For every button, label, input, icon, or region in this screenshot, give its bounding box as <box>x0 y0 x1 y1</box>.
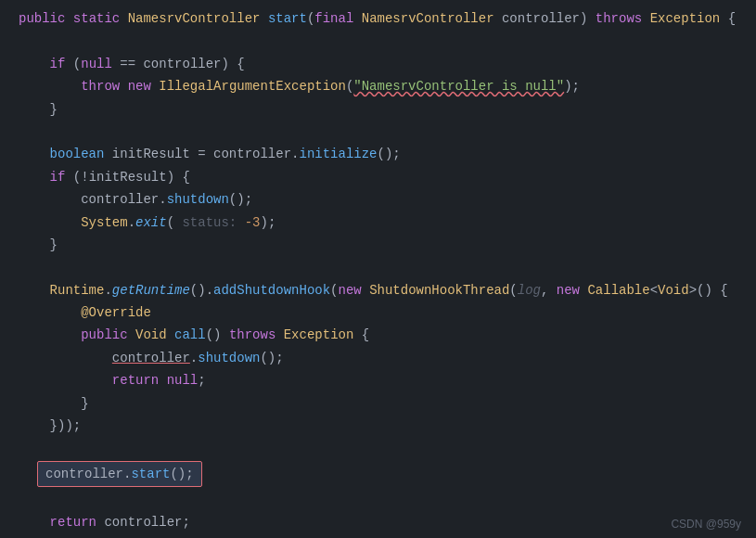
line-1: public static NamesrvController start(fi… <box>0 7 756 30</box>
line-20 <box>0 437 756 459</box>
line-21: controller.start(); <box>0 460 756 488</box>
line-16: controller.shutdown(); <box>0 347 756 369</box>
line-6 <box>0 121 756 143</box>
line-15: public Void call() throws Exception { <box>0 324 756 346</box>
highlighted-controller-start: controller.start(); <box>37 461 202 487</box>
line-22 <box>0 488 756 510</box>
code-editor: public static NamesrvController start(fi… <box>0 0 756 538</box>
watermark: CSDN @959y <box>671 518 741 531</box>
line-12 <box>0 256 756 278</box>
line-4: throw new IllegalArgumentException("Name… <box>0 75 756 97</box>
line-9: controller.shutdown(); <box>0 188 756 211</box>
line-11: } <box>0 234 756 256</box>
line-10: System.exit( status: -3); <box>0 211 756 234</box>
line-17: return null; <box>0 369 756 391</box>
line-2 <box>0 30 756 52</box>
line-7: boolean initResult = controller.initiali… <box>0 143 756 165</box>
line-8: if (!initResult) { <box>0 166 756 188</box>
line-13: Runtime.getRuntime().addShutdownHook(new… <box>0 279 756 301</box>
line-18: } <box>0 392 756 415</box>
line-23: return controller; <box>0 511 756 533</box>
line-5: } <box>0 98 756 121</box>
line-14: @Override <box>0 301 756 324</box>
line-3: if (null == controller) { <box>0 53 756 75</box>
line-19: })); <box>0 415 756 437</box>
